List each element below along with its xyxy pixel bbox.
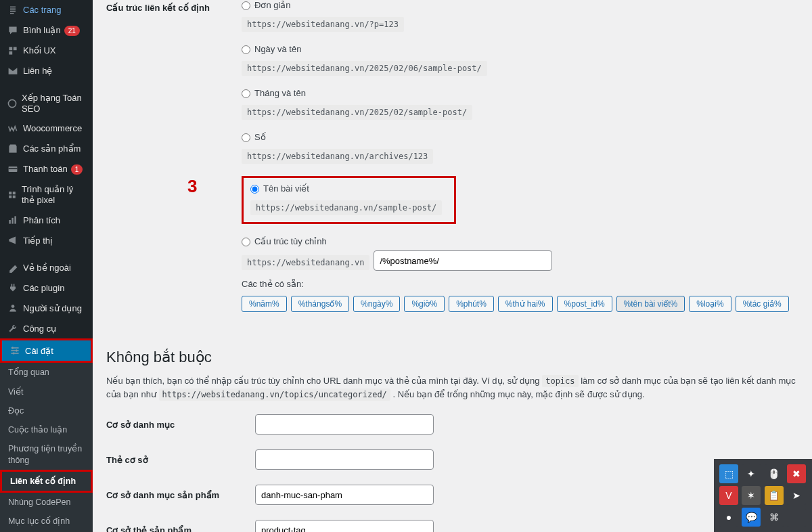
- permalink-option-label[interactable]: Tháng và tên: [242, 88, 798, 98]
- permalink-option-label[interactable]: Cấu trúc tùy chỉnh: [242, 236, 798, 246]
- sidebar-item-payments[interactable]: Thanh toán1: [0, 159, 93, 179]
- sidebar-item-plugins[interactable]: Các plugin: [0, 278, 93, 298]
- permalink-option-label[interactable]: Ngày và tên: [242, 44, 798, 54]
- tray-icon[interactable]: ✶: [742, 486, 761, 505]
- submenu-item[interactable]: Tổng quan: [0, 363, 93, 382]
- permalink-radio[interactable]: [242, 238, 250, 246]
- sidebar-item-label: Các trang: [23, 5, 61, 16]
- submenu-item[interactable]: Viết: [0, 382, 93, 401]
- plugins-icon: [7, 282, 19, 293]
- field-input[interactable]: [255, 520, 434, 532]
- sidebar-item-settings[interactable]: Cài đặt: [2, 340, 91, 361]
- tag-button[interactable]: %loại%: [689, 296, 731, 312]
- sidebar-item-mail[interactable]: Liên hệ: [0, 61, 93, 81]
- permalink-option: Sốhttps://websitedanang.vn/archives/123: [242, 132, 798, 164]
- sidebar-item-label: Các plugin: [23, 283, 64, 294]
- permalink-radio[interactable]: [250, 185, 259, 194]
- sidebar-item-comments[interactable]: Bình luận21: [0, 20, 93, 41]
- permalink-radio[interactable]: [242, 133, 250, 142]
- field-input[interactable]: [255, 485, 434, 505]
- field-label: Cơ sở danh mục: [106, 420, 255, 430]
- system-tray: ⬚✦🖱️✖V✶📋➤●💬⌘: [714, 459, 812, 532]
- permalink-radio[interactable]: [242, 45, 250, 54]
- permalink-option-label[interactable]: Số: [242, 132, 798, 142]
- pages-icon: [7, 5, 19, 16]
- field-label: Cơ sở danh mục sản phẩm: [106, 490, 255, 500]
- submenu-item[interactable]: Phương tiện truyền thông: [0, 439, 93, 470]
- tray-icon[interactable]: [787, 508, 806, 527]
- tray-icon[interactable]: ●: [719, 508, 738, 527]
- field-input[interactable]: [255, 414, 434, 435]
- tag-button[interactable]: %phút%: [449, 296, 494, 312]
- svg-rect-1: [14, 47, 17, 50]
- optional-description: Nếu bạn thích, bạn có thể nhập cấu trúc …: [106, 374, 798, 401]
- permalink-option-label[interactable]: Đơn giản: [242, 0, 798, 10]
- tray-icon[interactable]: ✖: [787, 464, 806, 483]
- marketing-icon: [7, 235, 19, 246]
- sidebar-item-analytics[interactable]: Phân tích: [0, 210, 93, 230]
- tray-icon[interactable]: 💬: [742, 508, 761, 527]
- sidebar-item-label: Các sản phẩm: [23, 143, 81, 154]
- optional-field-row: Cơ sở danh mục sản phẩm: [106, 485, 798, 505]
- svg-rect-9: [14, 217, 16, 224]
- sidebar-item-label: Vẻ bề ngoài: [23, 263, 71, 273]
- sidebar-item-label: Thanh toán: [23, 164, 68, 175]
- sidebar-item-products[interactable]: Các sản phẩm: [0, 139, 93, 159]
- svg-rect-16: [14, 353, 15, 355]
- tag-button[interactable]: %thứ hai%: [498, 296, 553, 312]
- sidebar-item-marketing[interactable]: Tiếp thị: [0, 230, 93, 250]
- tools-icon: [7, 323, 19, 334]
- tag-button[interactable]: %tác giả%: [736, 296, 789, 312]
- sidebar-item-tools[interactable]: Công cụ: [0, 318, 93, 338]
- tray-icon[interactable]: V: [719, 486, 738, 505]
- sidebar-item-ux[interactable]: Khối UX: [0, 41, 93, 61]
- permalink-radio[interactable]: [242, 1, 250, 10]
- tag-button[interactable]: %post_id%: [557, 296, 612, 312]
- sidebar-item-pages[interactable]: Các trang: [0, 0, 93, 20]
- submenu-item[interactable]: Liên kết cố định: [2, 472, 91, 491]
- svg-rect-0: [9, 47, 12, 50]
- tag-button[interactable]: %thángsố%: [291, 296, 349, 312]
- tray-icon[interactable]: 🖱️: [765, 464, 784, 483]
- sidebar-item-woo[interactable]: Woocommerce: [0, 118, 93, 139]
- svg-point-3: [8, 99, 16, 107]
- permalink-radio[interactable]: [242, 89, 250, 98]
- optional-field-row: Thẻ cơ sở: [106, 449, 798, 470]
- tag-button[interactable]: %giờ%: [404, 296, 445, 312]
- sidebar-item-label: Bình luận: [23, 25, 61, 36]
- tray-icon[interactable]: ⌘: [765, 508, 784, 527]
- optional-field-row: Cơ sở danh mục: [106, 414, 798, 435]
- seo-icon: [7, 98, 18, 109]
- sidebar-item-label: Xếp hạng Toán SEO: [22, 93, 86, 114]
- field-input[interactable]: [255, 449, 434, 470]
- submenu-item[interactable]: Cuộc thảo luận: [0, 420, 93, 439]
- permalink-option: Tên bài viếthttps://websitedanang.vn/sam…: [242, 176, 456, 224]
- permalink-example: https://websitedanang.vn/archives/123: [242, 149, 433, 164]
- svg-rect-13: [11, 353, 18, 355]
- sidebar-badge: 21: [64, 26, 80, 36]
- submenu-item[interactable]: Mục lục cố định: [0, 512, 93, 531]
- sidebar-item-seo[interactable]: Xếp hạng Toán SEO: [0, 88, 93, 118]
- sidebar-item-label: Công cụ: [23, 324, 56, 334]
- permalink-option: Tháng và tênhttps://websitedanang.vn/202…: [242, 88, 798, 120]
- sidebar-item-users[interactable]: Người sử dụng: [0, 298, 93, 318]
- permalink-example: https://websitedanang.vn/?p=123: [242, 17, 404, 32]
- permalink-option-label[interactable]: Tên bài viết: [250, 183, 442, 194]
- custom-structure-input[interactable]: [374, 250, 552, 271]
- sidebar-badge: 1: [71, 164, 83, 175]
- submenu-item[interactable]: Nhúng CodePen: [0, 493, 93, 512]
- submenu-item[interactable]: Đọc: [0, 401, 93, 420]
- tray-icon[interactable]: ✦: [742, 464, 761, 483]
- tag-button[interactable]: %tên bài viết%: [616, 296, 685, 312]
- tag-button[interactable]: %ngày%: [353, 296, 400, 312]
- tag-button[interactable]: %năm%: [242, 296, 287, 312]
- sidebar-item-appearance[interactable]: Vẻ bề ngoài: [0, 257, 93, 278]
- tray-icon[interactable]: 📋: [765, 486, 784, 505]
- tray-icon[interactable]: ⬚: [719, 464, 738, 483]
- woo-icon: [7, 123, 19, 134]
- field-label: Thẻ cơ sở: [106, 455, 255, 465]
- custom-prefix: https://websitedanang.vn: [242, 255, 369, 270]
- svg-rect-8: [12, 218, 13, 224]
- tray-icon[interactable]: ➤: [787, 486, 806, 505]
- sidebar-item-pixel[interactable]: Trình quản lý thẻ pixel: [0, 179, 93, 210]
